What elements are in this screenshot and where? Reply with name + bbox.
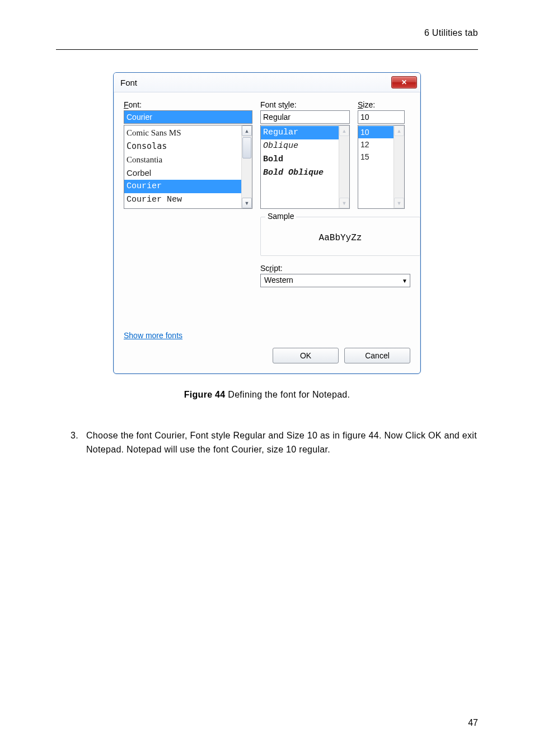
style-option[interactable]: Regular xyxy=(261,126,339,139)
script-combo[interactable]: Western ▼ xyxy=(260,274,410,287)
font-scrollbar[interactable]: ▲ ▼ xyxy=(241,125,252,208)
style-option[interactable]: Bold Oblique xyxy=(261,166,339,180)
font-option[interactable]: Courier New xyxy=(124,193,242,207)
sample-legend: Sample xyxy=(265,212,296,221)
show-more-fonts-link[interactable]: Show more fonts xyxy=(124,331,182,340)
titlebar: Font ✕ xyxy=(114,73,420,92)
style-scrollbar[interactable]: ▲ ▼ xyxy=(339,125,349,208)
page-header: 6 Utilities tab xyxy=(56,28,478,38)
scroll-up-icon: ▲ xyxy=(394,125,404,136)
dialog-title: Font xyxy=(120,78,137,87)
scroll-down-icon[interactable]: ▼ xyxy=(242,198,252,208)
scroll-down-icon: ▼ xyxy=(394,198,404,208)
script-label: Script: xyxy=(260,264,410,273)
script-value: Western xyxy=(261,274,400,287)
close-icon: ✕ xyxy=(401,79,407,86)
size-option[interactable]: 12 xyxy=(358,138,394,151)
page-number: 47 xyxy=(468,718,478,728)
font-option[interactable]: Courier xyxy=(124,180,242,193)
style-input[interactable] xyxy=(260,110,350,124)
scroll-down-icon: ▼ xyxy=(339,198,349,208)
size-label: Size: xyxy=(358,100,405,109)
chevron-down-icon[interactable]: ▼ xyxy=(400,274,410,287)
font-input[interactable] xyxy=(124,110,252,124)
figure-caption: Figure 44 Defining the font for Notepad. xyxy=(56,390,478,400)
scroll-up-icon: ▲ xyxy=(339,125,349,136)
style-option[interactable]: Bold xyxy=(261,153,339,166)
header-rule xyxy=(56,49,478,50)
size-listbox[interactable]: 10 12 15 ▲ ▼ xyxy=(358,125,405,209)
font-option[interactable]: Constantia xyxy=(124,153,242,166)
close-button[interactable]: ✕ xyxy=(391,76,417,88)
instruction-step: 3. Choose the font Courier, Font style R… xyxy=(56,429,478,457)
ok-button[interactable]: OK xyxy=(273,348,339,363)
font-option[interactable]: Comic Sans MS xyxy=(124,126,242,139)
sample-text: AaBbYyZz xyxy=(265,223,415,249)
font-dialog: Font ✕ Font: Comic Sans MS xyxy=(113,72,421,374)
size-input[interactable] xyxy=(358,110,405,124)
font-label: Font: xyxy=(124,100,252,109)
style-listbox[interactable]: Regular Oblique Bold Bold Oblique ▲ ▼ xyxy=(260,125,350,209)
size-option[interactable]: 15 xyxy=(358,151,394,163)
sample-group: Sample AaBbYyZz xyxy=(260,217,420,256)
font-option[interactable]: Corbel xyxy=(124,166,242,180)
font-listbox[interactable]: Comic Sans MS Consolas Constantia Corbel… xyxy=(124,125,252,209)
style-option[interactable]: Oblique xyxy=(261,139,339,153)
scroll-up-icon[interactable]: ▲ xyxy=(242,125,252,136)
size-option[interactable]: 10 xyxy=(358,126,394,138)
size-scrollbar[interactable]: ▲ ▼ xyxy=(394,125,404,208)
font-option[interactable]: Consolas xyxy=(124,139,242,153)
cancel-button[interactable]: Cancel xyxy=(344,348,410,363)
style-label: Font style: xyxy=(260,100,350,109)
